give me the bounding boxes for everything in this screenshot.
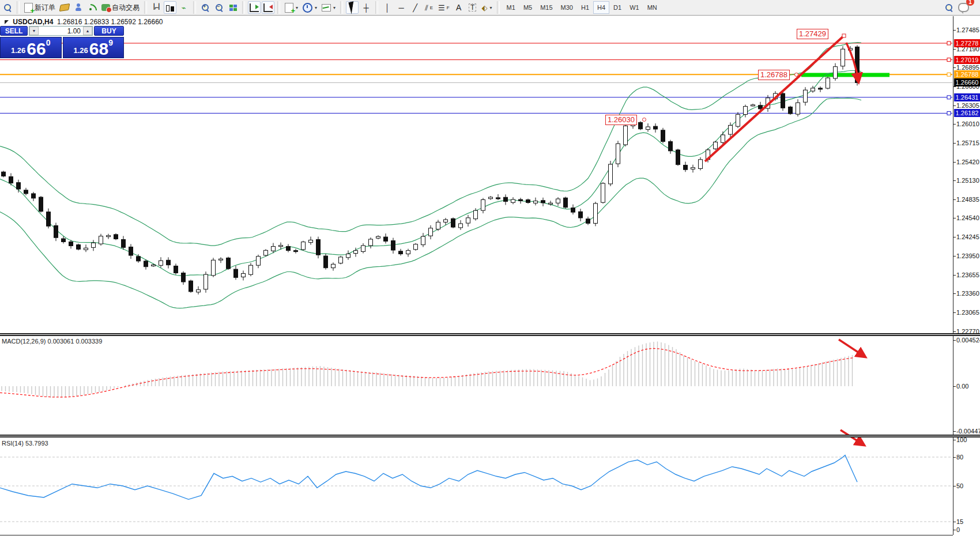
zoom-in-icon: +	[201, 3, 209, 12]
text-button[interactable]: A	[453, 1, 465, 14]
horizontal-line-button[interactable]: ─	[395, 1, 408, 14]
vertical-line-button[interactable]: │	[381, 1, 394, 14]
search-button[interactable]	[943, 1, 955, 14]
candle-body	[69, 242, 73, 246]
price-tick-label: 1.24540	[956, 214, 979, 221]
volume-down-button[interactable]: ▼	[29, 27, 39, 35]
autotrading-label: 自动交易	[112, 3, 140, 13]
tile-windows-button[interactable]	[227, 1, 239, 14]
community-button[interactable]	[72, 1, 85, 14]
volume-value[interactable]: 1.00	[39, 27, 83, 35]
volume-stepper[interactable]: ▼ 1.00 ▲	[29, 26, 93, 36]
annotation-anchor-marker	[794, 73, 798, 77]
text-label-button[interactable]: T	[466, 1, 479, 14]
chart-window[interactable]: USDCAD,H4 1.26816 1.26833 1.26592 1.2666…	[0, 16, 980, 547]
price-tick-mark	[953, 162, 956, 163]
price-tick-mark	[953, 218, 956, 218]
candle-body	[789, 107, 793, 114]
timeframe-m30[interactable]: M30	[557, 1, 577, 14]
candle-body	[429, 228, 433, 236]
line-chart-button[interactable]: ⌁	[178, 1, 190, 14]
candle-body	[781, 93, 785, 108]
signals-button[interactable]	[86, 1, 99, 14]
zoom-in-button[interactable]: +	[199, 1, 212, 14]
macd-axis-label: -0.00447	[956, 428, 980, 435]
timeframe-d1[interactable]: D1	[609, 1, 625, 14]
volume-up-button[interactable]: ▲	[83, 27, 92, 35]
chat-button[interactable]: 1	[956, 1, 971, 14]
candle-body	[466, 218, 470, 223]
candle-body	[279, 246, 283, 247]
template-icon	[322, 4, 331, 12]
candle-body	[676, 150, 680, 165]
candlestick-icon	[166, 3, 174, 12]
templates-button[interactable]: ▾	[320, 1, 337, 14]
arrows-button[interactable]: ⬖▾	[480, 1, 494, 14]
price-tick-mark	[953, 275, 956, 276]
macd-panel-separator[interactable]	[0, 333, 980, 336]
auto-scroll-button[interactable]	[262, 1, 274, 14]
timeframe-m15[interactable]: M15	[536, 1, 556, 14]
candle-body	[834, 67, 838, 78]
price-tick-label: 1.23065	[956, 309, 979, 316]
price-annotation-1.26030[interactable]: 1.26030	[605, 115, 637, 125]
timeframe-m1[interactable]: M1	[503, 1, 519, 14]
fibonacci-button[interactable]: ☰F	[436, 1, 451, 14]
timeframe-w1[interactable]: W1	[625, 1, 643, 14]
rsi-axis-label: 50	[956, 482, 963, 489]
price-tick-label: 1.23655	[956, 271, 979, 278]
price-annotation-1.27429[interactable]: 1.27429	[797, 29, 828, 39]
toolbar-separator	[497, 1, 500, 14]
buy-button[interactable]: BUY	[94, 26, 124, 36]
candle-body	[24, 190, 28, 194]
funds-button[interactable]	[58, 1, 71, 14]
bar-chart-icon: ꟾ⌐ꟾ	[153, 4, 159, 11]
chart-canvas[interactable]	[0, 16, 980, 547]
candle-body	[459, 224, 463, 228]
autotrading-button[interactable]: 自动交易	[100, 1, 141, 14]
macd-tick-mark	[953, 340, 956, 341]
candle-body	[586, 219, 590, 224]
line-chart-icon: ⌁	[182, 4, 186, 12]
toolbar-separator	[340, 1, 343, 14]
cursor-button[interactable]	[346, 1, 359, 14]
timeframe-bar: M1M5M15M30H1H4D1W1MN	[503, 1, 661, 14]
timeframe-h4[interactable]: H4	[593, 1, 609, 14]
channel-button[interactable]: ⫽E	[423, 1, 435, 14]
chart-title: USDCAD,H4 1.26816 1.26833 1.26592 1.2666…	[5, 18, 163, 26]
candle-body	[129, 247, 133, 255]
timeframe-m5[interactable]: M5	[519, 1, 536, 14]
new-order-button[interactable]: 新订单	[22, 1, 57, 14]
buy-price-button[interactable]: 1.26 68 9	[63, 37, 125, 58]
toolbar-separator	[375, 1, 378, 14]
periods-button[interactable]: ▾	[301, 1, 319, 14]
rsi-tick-mark	[953, 440, 956, 440]
timeframe-mn[interactable]: MN	[643, 1, 661, 14]
timeframe-h1[interactable]: H1	[577, 1, 593, 14]
bar-chart-button[interactable]: ꟾ⌐ꟾ	[150, 1, 163, 14]
price-annotation-1.26788[interactable]: 1.26788	[758, 70, 790, 80]
sell-button[interactable]: SELL	[0, 26, 28, 36]
zoom-out-button[interactable]: −	[213, 1, 225, 14]
chart-shift-button[interactable]	[248, 1, 261, 14]
candle-body	[242, 273, 246, 277]
toolbar-separator	[193, 1, 196, 14]
price-badge-1.26660: 1.26660	[954, 78, 980, 86]
candlestick-chart-button[interactable]	[164, 1, 176, 14]
candle-body	[654, 126, 658, 129]
rsi-panel-separator[interactable]	[0, 435, 980, 437]
candle-body	[189, 281, 193, 292]
clipped-left-icon	[1, 1, 14, 14]
candle-body	[346, 254, 350, 257]
indicators-button[interactable]: ▾	[283, 1, 300, 14]
toolbar-separator	[17, 1, 20, 14]
candle-body	[376, 236, 380, 238]
trendline-button[interactable]: ╱	[409, 1, 421, 14]
candle-body	[684, 165, 688, 170]
sell-price-button[interactable]: 1.26 66 0	[0, 37, 62, 58]
buy-price-sup: 9	[108, 38, 113, 47]
candle-body	[549, 203, 553, 204]
crosshair-button[interactable]: ┼	[360, 1, 372, 14]
candle-body	[534, 201, 538, 203]
rsi-line	[0, 455, 857, 500]
